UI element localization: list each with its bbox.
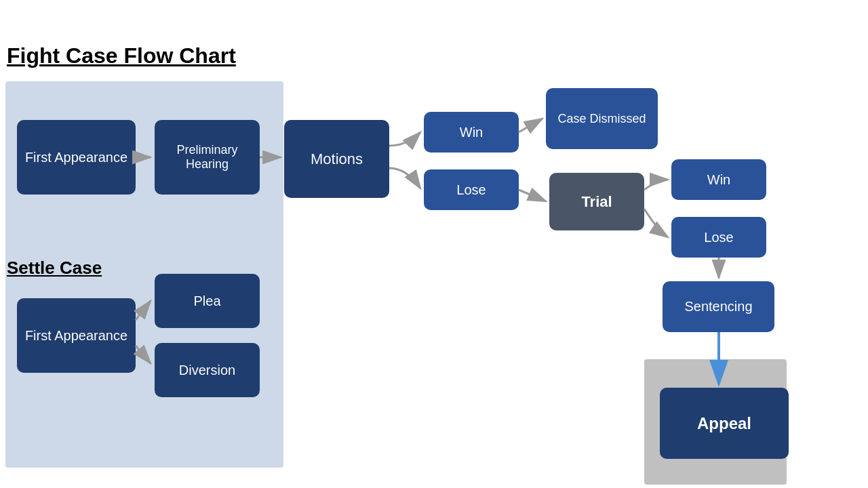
svg-line-5	[519, 190, 546, 201]
sentencing-node: Sentencing	[663, 281, 774, 332]
lose-trial-node: Lose	[671, 217, 766, 258]
svg-line-4	[519, 119, 542, 132]
preliminary-hearing-node: Preliminary Hearing	[155, 120, 260, 195]
plea-node: Plea	[155, 274, 260, 328]
trial-node: Trial	[549, 173, 644, 230]
case-dismissed-node: Case Dismissed	[546, 88, 658, 149]
motions-node: Motions	[284, 120, 389, 198]
appeal-node: Appeal	[660, 388, 789, 459]
first-appearance-fight-node: First Appearance	[17, 120, 136, 195]
win-motions-node: Win	[424, 112, 519, 152]
diversion-node: Diversion	[155, 343, 260, 397]
first-appearance-settle-node: First Appearance	[17, 298, 136, 373]
settle-case-label: Settle Case	[7, 258, 102, 279]
page-title: Fight Case Flow Chart	[7, 43, 236, 68]
win-trial-node: Win	[671, 159, 766, 200]
lose-motions-node: Lose	[424, 169, 519, 210]
